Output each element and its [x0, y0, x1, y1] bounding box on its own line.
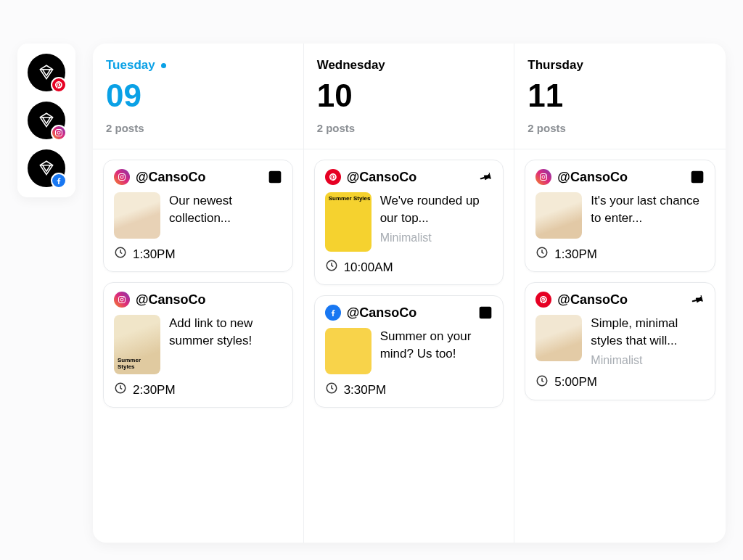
account-handle: @CansoCo	[347, 305, 417, 321]
post-thumbnail	[114, 192, 160, 239]
account-handle: @CansoCo	[136, 292, 206, 308]
post-time: 1:30PM	[133, 247, 176, 262]
calendar-grid: Tuesday 09 2 posts @CansoCo Our newest c…	[93, 44, 726, 543]
post-thumbnail	[535, 315, 582, 361]
post-time-row: 1:30PM	[535, 246, 705, 263]
pushpin-icon[interactable]	[690, 292, 705, 307]
svg-point-1	[57, 131, 60, 134]
instagram-icon	[114, 292, 130, 308]
day-column: Tuesday 09 2 posts @CansoCo Our newest c…	[93, 44, 304, 543]
day-column: Wednesday 10 2 posts @CansoCo Summer Sty…	[304, 44, 515, 543]
pinterest-icon	[51, 77, 67, 93]
account-handle: @CansoCo	[347, 170, 417, 185]
post-count: 2 posts	[106, 122, 290, 134]
account-pinterest[interactable]	[28, 54, 65, 91]
post-card[interactable]: @CansoCo SummerStyles Add link to new su…	[103, 282, 293, 408]
day-header: Wednesday 10 2 posts	[314, 58, 504, 134]
pinterest-icon	[325, 169, 341, 185]
post-board: Minimalist	[591, 354, 705, 367]
post-thumbnail	[325, 328, 372, 374]
instagram-icon	[114, 169, 130, 185]
post-card[interactable]: @CansoCo Summer Styles We've rounded up …	[314, 160, 504, 285]
post-board: Minimalist	[380, 231, 493, 244]
svg-rect-18	[691, 172, 702, 183]
svg-rect-13	[480, 308, 491, 318]
post-caption: We've rounded up our top...	[380, 192, 493, 227]
post-time-row: 5:00PM	[535, 374, 705, 391]
post-time-row: 10:00AM	[325, 259, 493, 276]
account-handle: @CansoCo	[136, 170, 206, 185]
post-body: Summer on your mind? Us too!	[325, 328, 493, 374]
svg-point-4	[120, 176, 123, 178]
post-caption: Add link to new summer styles!	[169, 315, 282, 350]
instagram-icon	[535, 169, 551, 185]
clock-icon	[535, 246, 549, 263]
post-card[interactable]: @CansoCo It's your last chance to enter.…	[525, 160, 715, 272]
post-body: Simple, minimal styles that will... Mini…	[535, 315, 705, 367]
clock-icon	[325, 382, 338, 398]
day-number: 11	[528, 80, 713, 112]
post-body: It's your last chance to enter...	[535, 192, 705, 239]
post-body: Our newest collection...	[114, 192, 282, 239]
day-name: Tuesday	[106, 58, 290, 73]
svg-point-10	[123, 297, 124, 298]
svg-point-17	[545, 175, 546, 176]
day-column: Thursday 11 2 posts @CansoCo It's your l…	[514, 44, 726, 543]
post-header: @CansoCo	[114, 292, 282, 308]
svg-point-2	[60, 131, 61, 131]
account-facebook[interactable]	[28, 149, 65, 187]
day-name: Wednesday	[317, 58, 501, 73]
svg-point-9	[120, 298, 123, 301]
clock-icon	[114, 246, 127, 263]
grid-view-icon[interactable]	[690, 170, 705, 184]
clock-icon	[535, 374, 549, 391]
grid-view-icon[interactable]	[268, 170, 282, 184]
svg-point-16	[542, 176, 545, 178]
clock-icon	[325, 259, 338, 276]
day-name: Thursday	[528, 58, 713, 73]
post-caption: It's your last chance to enter...	[591, 192, 705, 227]
account-handle: @CansoCo	[557, 170, 628, 185]
day-header: Thursday 11 2 posts	[525, 58, 715, 134]
post-header: @CansoCo	[325, 305, 493, 321]
post-time-row: 1:30PM	[114, 246, 282, 263]
instagram-icon	[51, 125, 67, 141]
post-card[interactable]: @CansoCo Our newest collection... 1:30PM	[103, 160, 293, 272]
post-thumbnail	[535, 192, 582, 239]
day-number: 09	[106, 80, 290, 112]
post-caption: Summer on your mind? Us too!	[380, 328, 493, 363]
post-time: 3:30PM	[344, 383, 387, 398]
pushpin-icon[interactable]	[478, 170, 493, 184]
post-body: SummerStyles Add link to new summer styl…	[114, 315, 282, 374]
post-time: 2:30PM	[133, 383, 176, 398]
post-thumbnail: SummerStyles	[114, 315, 160, 374]
post-thumbnail: Summer Styles	[325, 192, 372, 252]
post-count: 2 posts	[317, 122, 501, 134]
svg-point-5	[123, 175, 124, 176]
post-header: @CansoCo	[535, 169, 705, 185]
day-header: Tuesday 09 2 posts	[103, 58, 293, 134]
day-number: 10	[317, 80, 501, 112]
facebook-icon	[51, 173, 67, 189]
clock-icon	[114, 382, 127, 398]
account-handle: @CansoCo	[557, 292, 628, 308]
post-time: 5:00PM	[554, 375, 597, 390]
post-time: 1:30PM	[554, 247, 597, 262]
post-card[interactable]: @CansoCo Summer on your mind? Us too! 3:…	[314, 295, 504, 408]
svg-rect-6	[269, 172, 280, 183]
active-day-dot	[161, 63, 166, 68]
account-instagram[interactable]	[28, 102, 65, 139]
post-time-row: 2:30PM	[114, 382, 282, 398]
post-body: Summer Styles We've rounded up our top..…	[325, 192, 493, 252]
facebook-icon	[325, 305, 341, 321]
post-time-row: 3:30PM	[325, 382, 493, 398]
grid-view-icon[interactable]	[478, 305, 493, 320]
post-caption: Our newest collection...	[169, 192, 282, 227]
post-card[interactable]: @CansoCo Simple, minimal styles that wil…	[525, 282, 715, 400]
post-header: @CansoCo	[114, 169, 282, 185]
post-caption: Simple, minimal styles that will...	[591, 315, 705, 350]
accounts-sidebar	[17, 44, 75, 197]
post-header: @CansoCo	[325, 169, 493, 185]
post-count: 2 posts	[528, 122, 713, 134]
post-header: @CansoCo	[535, 292, 705, 308]
